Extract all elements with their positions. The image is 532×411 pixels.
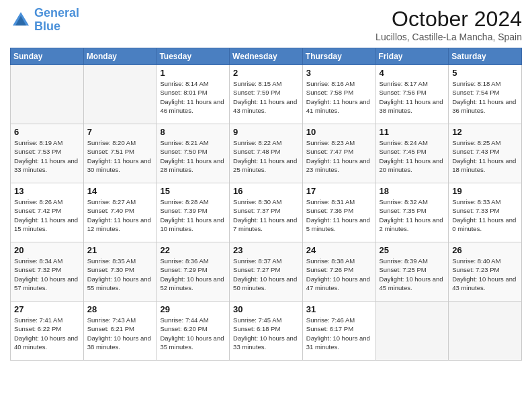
col-header-sunday: Sunday	[11, 48, 84, 65]
day-number: 24	[306, 245, 372, 255]
calendar-cell	[11, 65, 84, 124]
calendar-cell: 4Sunrise: 8:17 AMSunset: 7:56 PMDaylight…	[375, 65, 449, 124]
day-number: 26	[452, 245, 518, 255]
day-number: 10	[306, 127, 372, 137]
day-info: Sunrise: 8:24 AMSunset: 7:45 PMDaylight:…	[380, 138, 445, 174]
day-info: Sunrise: 8:25 AMSunset: 7:43 PMDaylight:…	[452, 138, 518, 174]
day-number: 19	[452, 186, 518, 196]
calendar-cell: 24Sunrise: 8:38 AMSunset: 7:26 PMDayligh…	[302, 242, 375, 302]
day-info: Sunrise: 7:46 AMSunset: 6:17 PMDaylight:…	[306, 316, 372, 351]
day-number: 23	[233, 245, 299, 255]
day-info: Sunrise: 8:33 AMSunset: 7:33 PMDaylight:…	[452, 197, 518, 233]
page: General Blue October 2024 Lucillos, Cast…	[0, 0, 532, 411]
day-number: 3	[306, 68, 372, 78]
calendar-cell: 29Sunrise: 7:44 AMSunset: 6:20 PMDayligh…	[157, 302, 230, 361]
week-row-3: 13Sunrise: 8:26 AMSunset: 7:42 PMDayligh…	[11, 183, 522, 242]
day-number: 7	[87, 127, 153, 137]
title-block: October 2024 Lucillos, Castille-La Manch…	[375, 7, 522, 42]
day-number: 20	[14, 245, 80, 255]
logo: General Blue	[10, 7, 79, 34]
logo-text: General Blue	[34, 7, 79, 34]
day-number: 30	[233, 304, 299, 314]
calendar-cell: 7Sunrise: 8:20 AMSunset: 7:51 PMDaylight…	[83, 124, 157, 183]
day-number: 17	[306, 186, 372, 196]
day-info: Sunrise: 8:17 AMSunset: 7:56 PMDaylight:…	[380, 79, 445, 115]
day-info: Sunrise: 7:43 AMSunset: 6:21 PMDaylight:…	[87, 316, 153, 351]
calendar-cell: 11Sunrise: 8:24 AMSunset: 7:45 PMDayligh…	[375, 124, 449, 183]
calendar-cell	[449, 302, 522, 361]
day-info: Sunrise: 8:31 AMSunset: 7:36 PMDaylight:…	[306, 197, 372, 233]
day-info: Sunrise: 8:36 AMSunset: 7:29 PMDaylight:…	[160, 257, 226, 292]
calendar-cell: 14Sunrise: 8:27 AMSunset: 7:40 PMDayligh…	[83, 183, 157, 242]
day-info: Sunrise: 8:28 AMSunset: 7:39 PMDaylight:…	[160, 197, 226, 233]
col-header-wednesday: Wednesday	[230, 48, 303, 65]
day-number: 27	[14, 304, 80, 314]
day-number: 31	[306, 304, 372, 314]
day-number: 1	[160, 68, 226, 78]
header: General Blue October 2024 Lucillos, Cast…	[10, 7, 522, 42]
calendar-cell: 3Sunrise: 8:16 AMSunset: 7:58 PMDaylight…	[302, 65, 375, 124]
day-number: 25	[380, 245, 445, 255]
day-info: Sunrise: 8:21 AMSunset: 7:50 PMDaylight:…	[160, 138, 226, 174]
day-info: Sunrise: 8:30 AMSunset: 7:37 PMDaylight:…	[233, 197, 299, 233]
week-row-2: 6Sunrise: 8:19 AMSunset: 7:53 PMDaylight…	[11, 124, 522, 183]
logo-icon	[10, 9, 32, 31]
calendar-cell: 9Sunrise: 8:22 AMSunset: 7:48 PMDaylight…	[230, 124, 303, 183]
day-info: Sunrise: 7:44 AMSunset: 6:20 PMDaylight:…	[160, 316, 226, 351]
col-header-saturday: Saturday	[449, 48, 522, 65]
col-header-friday: Friday	[375, 48, 449, 65]
day-info: Sunrise: 8:34 AMSunset: 7:32 PMDaylight:…	[14, 257, 80, 292]
day-number: 14	[87, 186, 153, 196]
calendar-cell	[375, 302, 449, 361]
day-info: Sunrise: 8:22 AMSunset: 7:48 PMDaylight:…	[233, 138, 299, 174]
day-number: 12	[452, 127, 518, 137]
day-number: 4	[380, 68, 445, 78]
day-number: 16	[233, 186, 299, 196]
day-number: 11	[380, 127, 445, 137]
calendar-header-row: SundayMondayTuesdayWednesdayThursdayFrid…	[11, 48, 522, 65]
day-info: Sunrise: 8:38 AMSunset: 7:26 PMDaylight:…	[306, 257, 372, 292]
day-number: 5	[452, 68, 518, 78]
calendar-cell: 16Sunrise: 8:30 AMSunset: 7:37 PMDayligh…	[230, 183, 303, 242]
week-row-1: 1Sunrise: 8:14 AMSunset: 8:01 PMDaylight…	[11, 65, 522, 124]
day-info: Sunrise: 8:19 AMSunset: 7:53 PMDaylight:…	[14, 138, 80, 174]
calendar-cell: 21Sunrise: 8:35 AMSunset: 7:30 PMDayligh…	[83, 242, 157, 302]
day-info: Sunrise: 8:16 AMSunset: 7:58 PMDaylight:…	[306, 79, 372, 115]
week-row-5: 27Sunrise: 7:41 AMSunset: 6:22 PMDayligh…	[11, 302, 522, 361]
day-number: 21	[87, 245, 153, 255]
calendar-cell: 22Sunrise: 8:36 AMSunset: 7:29 PMDayligh…	[157, 242, 230, 302]
logo-blue: Blue	[34, 19, 60, 33]
calendar-cell: 17Sunrise: 8:31 AMSunset: 7:36 PMDayligh…	[302, 183, 375, 242]
day-number: 18	[380, 186, 445, 196]
calendar-cell: 15Sunrise: 8:28 AMSunset: 7:39 PMDayligh…	[157, 183, 230, 242]
calendar-cell: 31Sunrise: 7:46 AMSunset: 6:17 PMDayligh…	[302, 302, 375, 361]
day-number: 28	[87, 304, 153, 314]
calendar-cell: 19Sunrise: 8:33 AMSunset: 7:33 PMDayligh…	[449, 183, 522, 242]
col-header-thursday: Thursday	[302, 48, 375, 65]
calendar-cell: 25Sunrise: 8:39 AMSunset: 7:25 PMDayligh…	[375, 242, 449, 302]
calendar-cell: 6Sunrise: 8:19 AMSunset: 7:53 PMDaylight…	[11, 124, 84, 183]
day-info: Sunrise: 8:18 AMSunset: 7:54 PMDaylight:…	[452, 79, 518, 115]
month-title: October 2024	[375, 7, 522, 32]
day-info: Sunrise: 8:35 AMSunset: 7:30 PMDaylight:…	[87, 257, 153, 292]
day-info: Sunrise: 7:41 AMSunset: 6:22 PMDaylight:…	[14, 316, 80, 351]
calendar-cell: 30Sunrise: 7:45 AMSunset: 6:18 PMDayligh…	[230, 302, 303, 361]
calendar-cell: 27Sunrise: 7:41 AMSunset: 6:22 PMDayligh…	[11, 302, 84, 361]
calendar-cell: 2Sunrise: 8:15 AMSunset: 7:59 PMDaylight…	[230, 65, 303, 124]
day-number: 29	[160, 304, 226, 314]
logo-general: General	[34, 6, 79, 19]
calendar-cell: 10Sunrise: 8:23 AMSunset: 7:47 PMDayligh…	[302, 124, 375, 183]
calendar-cell: 8Sunrise: 8:21 AMSunset: 7:50 PMDaylight…	[157, 124, 230, 183]
calendar-cell: 28Sunrise: 7:43 AMSunset: 6:21 PMDayligh…	[83, 302, 157, 361]
calendar-cell	[83, 65, 157, 124]
day-info: Sunrise: 7:45 AMSunset: 6:18 PMDaylight:…	[233, 316, 299, 351]
day-info: Sunrise: 8:32 AMSunset: 7:35 PMDaylight:…	[380, 197, 445, 233]
day-info: Sunrise: 8:26 AMSunset: 7:42 PMDaylight:…	[14, 197, 80, 233]
day-info: Sunrise: 8:37 AMSunset: 7:27 PMDaylight:…	[233, 257, 299, 292]
day-info: Sunrise: 8:14 AMSunset: 8:01 PMDaylight:…	[160, 79, 226, 115]
day-info: Sunrise: 8:27 AMSunset: 7:40 PMDaylight:…	[87, 197, 153, 233]
col-header-monday: Monday	[83, 48, 157, 65]
day-number: 6	[14, 127, 80, 137]
day-info: Sunrise: 8:23 AMSunset: 7:47 PMDaylight:…	[306, 138, 372, 174]
day-number: 15	[160, 186, 226, 196]
